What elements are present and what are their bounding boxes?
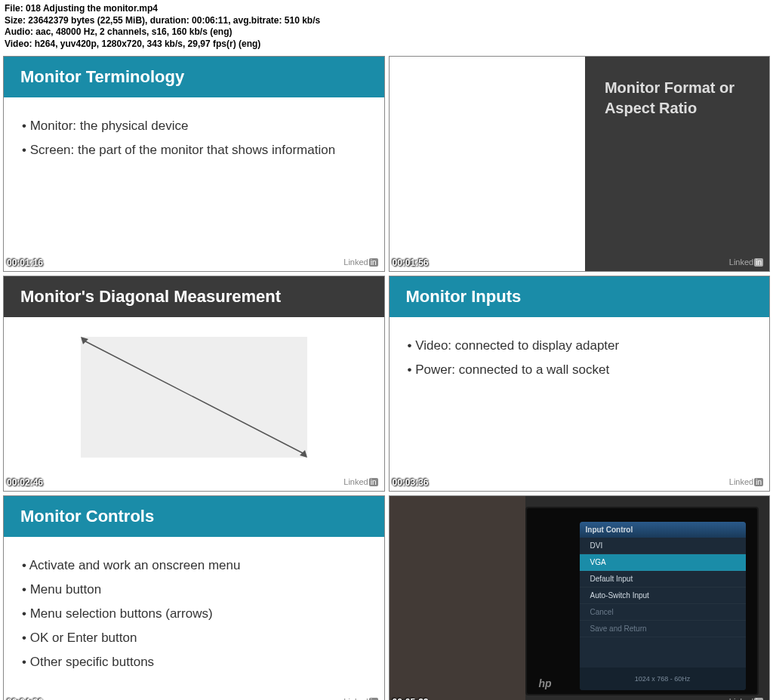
- slide-title: Monitor's Diagonal Measurement: [4, 276, 384, 317]
- file-metadata: File: 018 Adjusting the monitor.mp4 Size…: [0, 0, 773, 53]
- timestamp: 00:03:36: [393, 477, 429, 488]
- thumb-3: Monitor's Diagonal Measurement 00:02:46 …: [3, 276, 385, 492]
- meta-video: Video: h264, yuv420p, 1280x720, 343 kb/s…: [5, 39, 768, 51]
- timestamp: 00:01:16: [7, 257, 43, 268]
- thumb-1: Monitor Terminology Monitor: the physica…: [3, 56, 385, 272]
- svg-line-0: [85, 341, 303, 453]
- bullet: Menu selection buttons (arrows): [22, 606, 366, 621]
- meta-file: File: 018 Adjusting the monitor.mp4: [5, 3, 768, 15]
- bullet: Monitor: the physical device: [22, 119, 366, 134]
- linkedin-logo: Linkedin: [729, 477, 763, 486]
- osd-item-selected: VGA: [580, 554, 746, 571]
- slide-bullets: Activate and work an onscreen menu Menu …: [4, 537, 384, 691]
- diagonal-arrow-icon: [81, 337, 307, 458]
- osd-item: Default Input: [580, 571, 746, 587]
- linkedin-logo: Linkedin: [729, 257, 763, 267]
- slide-bullets: Monitor: the physical device Screen: the…: [4, 97, 384, 179]
- meta-audio: Audio: aac, 48000 Hz, 2 channels, s16, 1…: [5, 26, 768, 39]
- linkedin-logo: Linkedin: [343, 477, 377, 486]
- linkedin-logo: Linkedin: [729, 697, 763, 700]
- thumb-4: Monitor Inputs Video: connected to displ…: [389, 276, 771, 492]
- slide-title: Monitor Inputs: [390, 276, 770, 317]
- osd-item: Save and Return: [580, 621, 746, 637]
- osd-title: Input Control: [580, 522, 746, 538]
- bullet: OK or Enter button: [22, 631, 366, 646]
- wall-background: [390, 496, 525, 700]
- osd-item: DVI: [580, 538, 746, 554]
- osd-resolution: 1024 x 768 - 60Hz: [580, 668, 746, 690]
- bullet: Video: connected to display adapter: [408, 338, 752, 353]
- slide-title: Monitor Terminology: [4, 57, 384, 97]
- bullet: Other specific buttons: [22, 655, 366, 670]
- slide-title-dark: Monitor Format or Aspect Ratio: [585, 57, 769, 271]
- thumb-2: Monitor Format or Aspect Ratio 00:01:56 …: [389, 56, 771, 272]
- thumbnail-grid: Monitor Terminology Monitor: the physica…: [0, 53, 773, 700]
- diagonal-diagram: [81, 337, 307, 458]
- bullet: Activate and work an onscreen menu: [22, 558, 366, 573]
- meta-size: Size: 23642379 bytes (22,55 MiB), durati…: [5, 15, 768, 27]
- bullet: Power: connected to a wall socket: [408, 362, 752, 378]
- osd-item: Auto-Switch Input: [580, 587, 746, 604]
- slide-title: Monitor Controls: [4, 496, 384, 537]
- linkedin-logo: Linkedin: [343, 697, 377, 700]
- timestamp: 00:04:26: [7, 697, 43, 700]
- hp-logo: hp: [539, 677, 552, 689]
- timestamp: 00:05:22: [393, 697, 429, 700]
- osd-menu: Input Control DVI VGA Default Input Auto…: [580, 522, 746, 690]
- svg-marker-1: [81, 337, 88, 344]
- timestamp: 00:02:46: [7, 477, 43, 488]
- bullet: Screen: the part of the monitor that sho…: [22, 143, 366, 158]
- linkedin-logo: Linkedin: [343, 257, 377, 267]
- monitor-photo: Input Control DVI VGA Default Input Auto…: [390, 496, 770, 700]
- bullet: Menu button: [22, 582, 366, 597]
- osd-item: Cancel: [580, 604, 746, 621]
- svg-marker-2: [300, 450, 307, 458]
- physical-monitor: Input Control DVI VGA Default Input Auto…: [525, 507, 759, 695]
- timestamp: 00:01:56: [393, 257, 429, 268]
- thumb-6: Input Control DVI VGA Default Input Auto…: [389, 495, 771, 700]
- thumb-5: Monitor Controls Activate and work an on…: [3, 495, 385, 700]
- slide-bullets: Video: connected to display adapter Powe…: [390, 317, 770, 399]
